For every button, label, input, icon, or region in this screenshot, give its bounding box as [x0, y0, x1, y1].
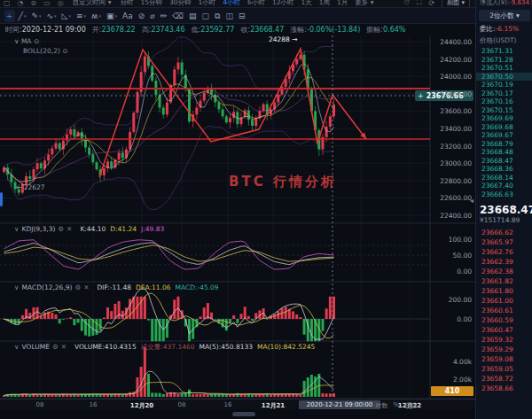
tool-no-entry[interactable]: ⊘	[137, 10, 147, 22]
ask-row[interactable]: 23666.63	[476, 190, 532, 199]
bid-row[interactable]: 23660.47	[476, 325, 532, 335]
tool-remove-all[interactable]: ⊟	[237, 10, 247, 22]
caret-down-icon: ▾	[24, 13, 27, 19]
ask-row[interactable]: 23670.51	[476, 64, 532, 73]
bid-row[interactable]: 23660.59	[476, 315, 532, 325]
tool-trend-line[interactable]: ╱▾	[17, 10, 28, 22]
ask-row[interactable]: 23668.47	[476, 157, 532, 166]
period-more-button[interactable]: 更多 ▾	[355, 0, 373, 7]
period-tool-icon-4[interactable]: ◎	[58, 0, 64, 7]
caret-down-icon: ▾	[54, 13, 57, 19]
bid-list: 23666.6223665.9723662.7623662.3923662.38…	[476, 228, 532, 393]
ask-row[interactable]: 23668.48	[476, 148, 532, 157]
header-icon-0[interactable]: ⏱	[404, 0, 410, 7]
tool-callout-box[interactable]: ▣▾	[105, 10, 119, 22]
tool-pencil[interactable]: ✎▾	[29, 10, 43, 22]
eye-icon[interactable]: ⊙	[62, 47, 67, 55]
header-icon-2[interactable]: ⟳	[429, 0, 435, 7]
bid-row[interactable]: 23666.62	[476, 228, 532, 237]
bid-row[interactable]: 23658.66	[476, 384, 532, 393]
ask-row[interactable]: 23670.50	[476, 73, 532, 81]
tool-triangle[interactable]: ◺▾	[60, 10, 73, 22]
tool-elliott-wave[interactable]: ʍ▾	[90, 10, 103, 22]
settings-gear-icon[interactable]: ⚙	[74, 283, 81, 291]
ask-row[interactable]: 23668.14	[476, 174, 532, 182]
period-item-1月[interactable]: 1月	[337, 0, 348, 7]
bid-row[interactable]: 23659.05	[476, 364, 532, 374]
custom-period-button[interactable]: 自定义时间 ▾	[73, 0, 112, 7]
ask-row[interactable]: 23670.15	[476, 106, 532, 115]
close-icon[interactable]: ✕	[61, 343, 66, 351]
ask-row[interactable]: 23669.69	[476, 114, 532, 123]
header-icon-1[interactable]: ⛶	[417, 0, 422, 7]
close-icon[interactable]: ✕	[83, 283, 89, 291]
ask-row[interactable]: 23670.19	[476, 81, 532, 89]
left-scroll-pill[interactable]	[0, 192, 3, 206]
chart-scrollbar[interactable]	[0, 409, 475, 419]
tool-eraser[interactable]: ⌫	[170, 10, 185, 22]
close-icon[interactable]: ✕	[66, 225, 72, 233]
period-item-1周[interactable]: 1周	[319, 0, 330, 7]
period-item-6小时[interactable]: 6小时	[247, 0, 265, 7]
bid-row[interactable]: 23662.76	[476, 247, 532, 257]
ask-row[interactable]: 23671.31	[476, 47, 532, 56]
tool-pattern[interactable]: ▤	[187, 10, 199, 22]
tool-text[interactable]: Aa	[121, 10, 135, 22]
period-item-1小时[interactable]: 1小时	[199, 0, 216, 7]
period-tool-icon-3[interactable]: ▭	[43, 0, 51, 7]
bid-row[interactable]: 23660.61	[476, 306, 532, 315]
collapse-caret-icon[interactable]: ∨	[14, 37, 20, 45]
tool-circle-line[interactable]: ⌀	[148, 10, 156, 22]
crosshair-icon: +	[6, 10, 13, 22]
ask-row[interactable]: 23670.17	[476, 89, 532, 98]
info-value-3: 23592.77	[200, 26, 234, 34]
collapse-caret-icon[interactable]: ∨	[14, 343, 20, 351]
period-item-12小时[interactable]: 12小时	[272, 0, 294, 7]
tool-copy[interactable]: ⧉	[213, 10, 222, 22]
collapse-caret-icon[interactable]: ∨	[14, 283, 20, 291]
ask-row[interactable]: 23669.68	[476, 123, 532, 132]
bid-row[interactable]: 23661.80	[476, 286, 532, 296]
period-tool-icon-1[interactable]: ◔	[18, 0, 24, 7]
split-window-icon: ◫	[225, 10, 233, 22]
eye-icon[interactable]: ⊙	[34, 37, 39, 45]
tool-rectangle[interactable]: ▢	[200, 10, 211, 22]
tool-parallel-lines[interactable]: ≡▾	[74, 10, 88, 22]
period-item-分时[interactable]: 分时	[120, 0, 133, 7]
bid-row[interactable]: 23659.32	[476, 335, 532, 345]
bid-row[interactable]: 23662.39	[476, 257, 532, 267]
period-tool-icon-2[interactable]: ⊘	[31, 0, 37, 7]
time-axis[interactable]: 2020-12-21 09:00:00 081612月20081612月2116…	[0, 399, 475, 409]
boll-overlay-label[interactable]: BOLL(20,2) ⊙	[23, 47, 68, 55]
period-item-30分钟[interactable]: 30分钟	[169, 0, 192, 7]
subchart-dropdown[interactable]: 副图 ▾	[442, 0, 470, 8]
bid-row[interactable]: 23658.72	[476, 374, 532, 384]
ask-row[interactable]: 23670.16	[476, 97, 532, 106]
collapse-caret-icon[interactable]: ∨	[14, 225, 20, 233]
bid-row[interactable]: 23659.29	[476, 345, 532, 354]
orderbook-collapse-icon[interactable]: ◂	[470, 197, 473, 205]
bid-row[interactable]: 23665.97	[476, 237, 532, 247]
period-item-1天[interactable]: 1天	[301, 0, 311, 7]
period-item-15分钟[interactable]: 15分钟	[140, 0, 162, 7]
bid-row[interactable]: 23662.38	[476, 267, 532, 276]
tool-split-window[interactable]: ◫	[223, 10, 235, 22]
settings-gear-icon[interactable]: ⚙	[58, 225, 64, 233]
bid-row[interactable]: 23659.08	[476, 354, 532, 364]
scrollbar-handle[interactable]	[232, 412, 255, 416]
settings-gear-icon[interactable]: ⚙	[52, 343, 59, 351]
ask-row[interactable]: 23668.36	[476, 165, 532, 174]
ma-overlay-label[interactable]: ∨ MA ⊙	[14, 37, 39, 45]
bid-row[interactable]: 23661.82	[476, 276, 532, 286]
ask-row[interactable]: 23671.28	[476, 56, 532, 65]
period-item-4小时[interactable]: 4小时	[223, 0, 240, 7]
tool-marker-pen[interactable]: ✏	[159, 10, 169, 22]
bid-row[interactable]: 23661.00	[476, 296, 532, 306]
period-tool-icon-0[interactable]: ▢	[4, 0, 11, 7]
tool-wave-line[interactable]: ∿▾	[45, 10, 59, 22]
tool-crosshair[interactable]: +	[4, 10, 15, 22]
ask-row[interactable]: 23668.79	[476, 140, 532, 149]
ask-row[interactable]: 23669.67	[476, 131, 532, 140]
ask-row[interactable]: 23667.40	[476, 182, 532, 190]
decimals-dropdown[interactable]: 2位小数 ▾	[479, 10, 530, 21]
